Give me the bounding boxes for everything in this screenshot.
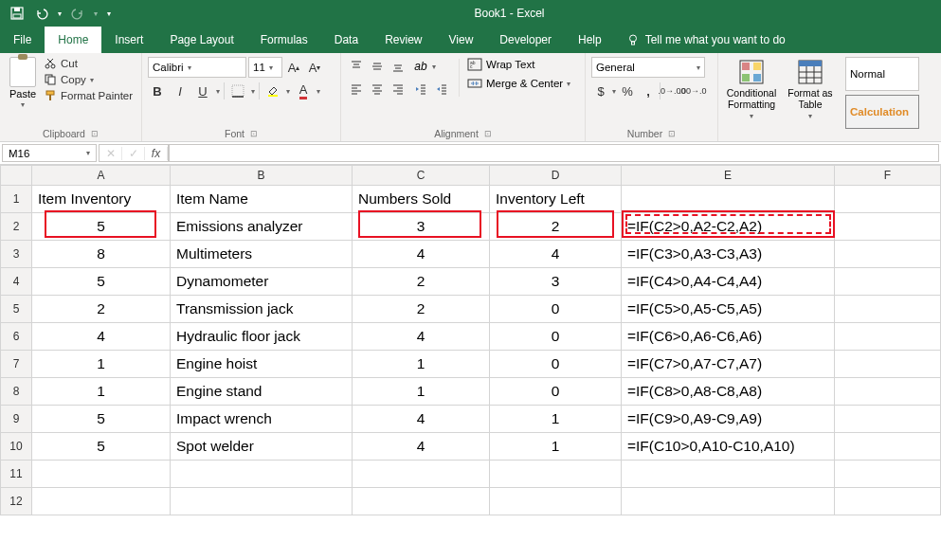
cell-F7[interactable] xyxy=(835,351,941,378)
cell-D9[interactable]: 1 xyxy=(490,406,622,433)
col-header-F[interactable]: F xyxy=(835,165,941,186)
align-middle-button[interactable] xyxy=(368,57,387,76)
tab-data[interactable]: Data xyxy=(321,27,371,53)
enter-formula-button[interactable]: ✓ xyxy=(122,147,145,160)
cell-C12[interactable] xyxy=(353,488,490,515)
cell-E4[interactable]: =IF(C4>0,A4-C4,A4) xyxy=(622,268,835,296)
tab-insert[interactable]: Insert xyxy=(101,27,156,53)
grow-font-button[interactable]: A▴ xyxy=(284,58,303,77)
cell-C3[interactable]: 4 xyxy=(353,241,490,268)
align-right-button[interactable] xyxy=(389,80,407,99)
row-header-4[interactable]: 4 xyxy=(0,268,32,296)
cell-A6[interactable]: 4 xyxy=(32,323,171,351)
bold-button[interactable]: B xyxy=(148,81,167,100)
cell-B12[interactable] xyxy=(171,488,353,515)
underline-dropdown[interactable]: ▾ xyxy=(216,87,220,96)
cell-B3[interactable]: Multimeters xyxy=(171,241,353,268)
borders-dropdown[interactable]: ▾ xyxy=(251,87,255,96)
cell-A11[interactable] xyxy=(32,461,171,488)
borders-button[interactable] xyxy=(228,81,247,100)
cell-D8[interactable]: 0 xyxy=(490,378,622,406)
cell-F8[interactable] xyxy=(835,378,941,406)
cell-B9[interactable]: Impact wrench xyxy=(171,406,353,433)
spreadsheet-grid[interactable]: ABCDEF 1Item InventoryItem NameNumbers S… xyxy=(0,165,941,515)
font-color-dropdown[interactable]: ▾ xyxy=(317,87,320,96)
row-header-12[interactable]: 12 xyxy=(0,488,32,515)
row-header-1[interactable]: 1 xyxy=(0,186,32,213)
clipboard-dialog-launcher[interactable]: ⊡ xyxy=(91,129,99,138)
number-format-combo[interactable]: General▾ xyxy=(591,57,705,78)
col-header-B[interactable]: B xyxy=(171,165,353,186)
cell-E1[interactable] xyxy=(622,186,835,213)
cell-E5[interactable]: =IF(C5>0,A5-C5,A5) xyxy=(622,296,835,323)
cell-E10[interactable]: =IF(C10>0,A10-C10,A10) xyxy=(622,433,835,461)
italic-button[interactable]: I xyxy=(171,81,190,100)
cell-F1[interactable] xyxy=(835,186,941,213)
cell-B2[interactable]: Emissions analyzer xyxy=(171,213,353,241)
tab-developer[interactable]: Developer xyxy=(486,27,565,53)
row-header-11[interactable]: 11 xyxy=(0,461,32,488)
cell-F10[interactable] xyxy=(835,433,941,461)
name-box[interactable]: M16▾ xyxy=(2,144,97,162)
cell-C1[interactable]: Numbers Sold xyxy=(353,186,490,213)
cell-D5[interactable]: 0 xyxy=(490,296,622,323)
copy-button[interactable]: Copy ▾ xyxy=(44,73,133,86)
tab-view[interactable]: View xyxy=(436,27,487,53)
cell-A4[interactable]: 5 xyxy=(32,268,171,296)
row-header-10[interactable]: 10 xyxy=(0,433,32,461)
undo-button[interactable] xyxy=(30,2,53,25)
align-top-button[interactable] xyxy=(347,57,366,76)
number-dialog-launcher[interactable]: ⊡ xyxy=(668,129,676,138)
decrease-indent-button[interactable] xyxy=(411,80,430,99)
wrap-text-button[interactable]: abc Wrap Text xyxy=(467,57,570,72)
col-header-A[interactable]: A xyxy=(32,165,171,186)
cell-C5[interactable]: 2 xyxy=(353,296,490,323)
cell-B6[interactable]: Hydraulic floor jack xyxy=(171,323,353,351)
cell-D4[interactable]: 3 xyxy=(490,268,622,296)
redo-button[interactable] xyxy=(66,2,89,25)
decrease-decimal-button[interactable]: .00→.0 xyxy=(683,81,702,100)
cell-A12[interactable] xyxy=(32,488,171,515)
save-button[interactable] xyxy=(6,2,28,25)
row-header-7[interactable]: 7 xyxy=(0,351,32,378)
cell-B10[interactable]: Spot welder xyxy=(171,433,353,461)
conditional-formatting-button[interactable]: Conditional Formatting▾ xyxy=(724,57,779,122)
increase-indent-button[interactable] xyxy=(432,80,451,99)
cell-A7[interactable]: 1 xyxy=(32,351,171,378)
row-header-6[interactable]: 6 xyxy=(0,323,32,351)
row-header-3[interactable]: 3 xyxy=(0,241,32,268)
style-normal[interactable]: Normal xyxy=(845,57,919,91)
align-left-button[interactable] xyxy=(347,80,366,99)
underline-button[interactable]: U xyxy=(193,81,212,100)
cell-A9[interactable]: 5 xyxy=(32,406,171,433)
row-header-8[interactable]: 8 xyxy=(0,378,32,406)
cell-B7[interactable]: Engine hoist xyxy=(171,351,353,378)
fx-button[interactable]: fx xyxy=(145,147,168,160)
cell-E9[interactable]: =IF(C9>0,A9-C9,A9) xyxy=(622,406,835,433)
cell-D1[interactable]: Inventory Left xyxy=(490,186,622,213)
accounting-dropdown[interactable]: ▾ xyxy=(612,87,616,96)
cell-F11[interactable] xyxy=(835,461,941,488)
row-header-5[interactable]: 5 xyxy=(0,296,32,323)
cell-F9[interactable] xyxy=(835,406,941,433)
redo-dropdown[interactable]: ▾ xyxy=(91,2,100,25)
cell-C8[interactable]: 1 xyxy=(353,378,490,406)
row-header-2[interactable]: 2 xyxy=(0,213,32,241)
cell-F4[interactable] xyxy=(835,268,941,296)
cell-E7[interactable]: =IF(C7>0,A7-C7,A7) xyxy=(622,351,835,378)
font-size-combo[interactable]: 11▾ xyxy=(248,57,282,78)
cell-A8[interactable]: 1 xyxy=(32,378,171,406)
select-all-corner[interactable] xyxy=(0,165,32,186)
cell-A3[interactable]: 8 xyxy=(32,241,171,268)
cut-button[interactable]: Cut xyxy=(44,57,133,70)
col-header-D[interactable]: D xyxy=(490,165,622,186)
cell-F5[interactable] xyxy=(835,296,941,323)
cell-A1[interactable]: Item Inventory xyxy=(32,186,171,213)
comma-button[interactable]: , xyxy=(639,81,658,100)
cell-D7[interactable]: 0 xyxy=(490,351,622,378)
cell-F2[interactable] xyxy=(835,213,941,241)
col-header-C[interactable]: C xyxy=(353,165,490,186)
font-color-button[interactable]: A xyxy=(294,81,313,100)
cell-D10[interactable]: 1 xyxy=(490,433,622,461)
font-name-combo[interactable]: Calibri▾ xyxy=(148,57,246,78)
